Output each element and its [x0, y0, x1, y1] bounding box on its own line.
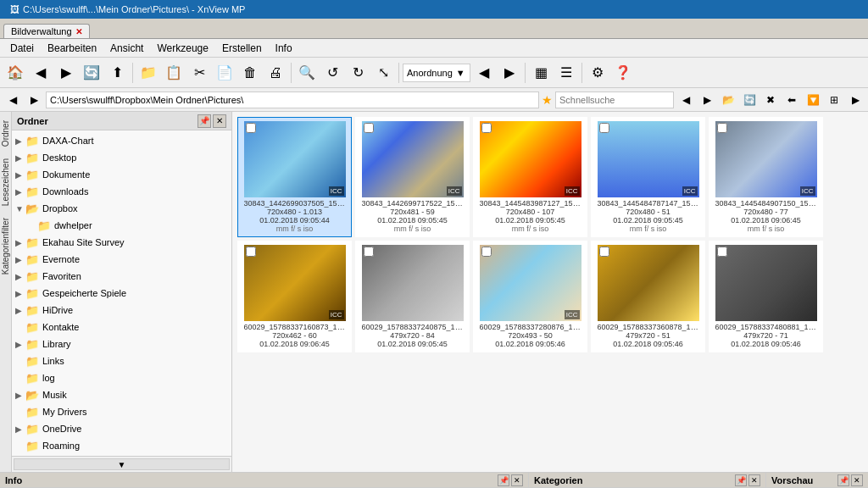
help-button[interactable]: ❓	[611, 61, 635, 85]
rotate-right-button[interactable]: ↻	[346, 61, 370, 85]
image-checkbox-2[interactable]	[481, 123, 492, 133]
image-cell-5[interactable]: ICC60029_15788337160873_153...720x462 - …	[237, 241, 352, 352]
tree-item-library[interactable]: ▶ 📁 Library	[12, 336, 231, 352]
filter-config-button[interactable]: ▶	[698, 91, 716, 109]
refresh-button[interactable]: 🔄	[80, 61, 103, 85]
tree-item-dokumente[interactable]: ▶ 📁 Dokumente	[12, 166, 231, 183]
image-checkbox-3[interactable]	[599, 123, 609, 133]
tree-item-dropbox[interactable]: ▼ 📂 Dropbox	[12, 200, 231, 217]
image-cell-3[interactable]: ICC30843_1445484787147_153...720x480 - 5…	[591, 117, 705, 237]
image-cell-9[interactable]: 60029_15788337480881_153...479x720 - 710…	[709, 241, 823, 352]
info-panel-pin[interactable]: 📌	[498, 474, 509, 486]
image-cell-6[interactable]: 60029_15788337240875_153...479x720 - 840…	[355, 241, 470, 352]
vtab-lesezeichen[interactable]: Lesezeichen	[0, 153, 12, 211]
sort-dropdown[interactable]: Anordnung ▼	[403, 64, 470, 82]
up-button[interactable]: ⬆	[105, 61, 129, 85]
menu-datei[interactable]: Datei	[3, 41, 41, 56]
info-panel-controls: 📌 ✕	[498, 474, 523, 486]
delete-button[interactable]: 🗑	[238, 61, 262, 85]
paste-button[interactable]: 📄	[213, 61, 236, 85]
cut-button[interactable]: ✂	[187, 61, 211, 85]
tree-item-roaming[interactable]: 📁 Roaming	[12, 437, 231, 454]
filter-toggle-button[interactable]: ◀	[676, 91, 695, 109]
preview-close[interactable]: ✕	[851, 474, 863, 486]
menu-werkzeuge[interactable]: Werkzeuge	[150, 41, 214, 56]
tree-item-mydrivers[interactable]: 📁 My Drivers	[12, 403, 231, 420]
image-cell-0[interactable]: ICC30843_1442699037505_153...720x480 - 1…	[237, 117, 352, 237]
vtab-ordner[interactable]: Ordner	[0, 115, 12, 152]
address-input[interactable]	[46, 92, 539, 108]
image-cell-1[interactable]: ICC30843_1442699717522_153...720x481 - 5…	[355, 117, 470, 237]
menu-erstellen[interactable]: Erstellen	[215, 41, 269, 56]
tree-item-daxa[interactable]: ▶ 📁 DAXA-Chart	[12, 132, 231, 149]
info-panel-close[interactable]: ✕	[511, 474, 523, 486]
menu-ansicht[interactable]: Ansicht	[103, 41, 150, 56]
image-cell-7[interactable]: ICC60029_15788337280876_153...720x493 - …	[473, 241, 587, 352]
refresh-button[interactable]: 🔄	[740, 91, 759, 109]
preview-pin[interactable]: 📌	[837, 474, 849, 486]
categories-panel-controls: 📌 ✕	[735, 474, 760, 486]
vtab-kategorienfilter[interactable]: Kategorienfilter	[0, 213, 12, 280]
filter-btn2[interactable]: 🔽	[804, 91, 822, 109]
tree-item-hidrive[interactable]: ▶ 📁 HiDrive	[12, 302, 231, 319]
forward-button[interactable]: ▶	[54, 61, 78, 85]
image-checkbox-4[interactable]	[717, 123, 727, 133]
copy-button[interactable]: 📋	[162, 61, 186, 85]
new-folder-button[interactable]: 📁	[136, 61, 160, 85]
tree-item-favoriten[interactable]: ▶ 📁 Favoriten	[12, 268, 231, 285]
tree-item-onedrive[interactable]: ▶ 📁 OneDrive	[12, 420, 231, 437]
menu-info[interactable]: Info	[269, 41, 299, 56]
menu-bearbeiten[interactable]: Bearbeiten	[41, 41, 103, 56]
tree-item-desktop[interactable]: ▶ 📁 Desktop	[12, 149, 231, 166]
view-grid-button[interactable]: ⊞	[825, 91, 843, 109]
image-checkbox-5[interactable]	[246, 247, 256, 257]
rotate-left-button[interactable]: ↺	[320, 61, 344, 85]
image-checkbox-1[interactable]	[364, 123, 374, 133]
tree-label: Downloads	[42, 186, 88, 197]
image-cell-2[interactable]: ICC30843_1445483987127_153...720x480 - 1…	[473, 117, 587, 237]
browse-button[interactable]: 📂	[719, 91, 737, 109]
prev-folder-button[interactable]: ⬅	[782, 91, 801, 109]
list-view-button[interactable]: ☰	[554, 61, 578, 85]
search-input[interactable]	[555, 92, 674, 108]
tree-item-downloads[interactable]: ▶ 📁 Downloads	[12, 183, 231, 200]
tree-item-musik[interactable]: ▶ 📂 Musik	[12, 386, 231, 403]
image-checkbox-9[interactable]	[717, 247, 727, 257]
filter-button[interactable]: 🔍	[295, 61, 319, 85]
stop-button[interactable]: ✖	[761, 91, 780, 109]
tree-item-kontakte[interactable]: 📁 Kontakte	[12, 319, 231, 336]
image-checkbox-0[interactable]	[246, 123, 256, 133]
nav-forward-button[interactable]: ▶	[25, 91, 43, 109]
sidebar-close-button[interactable]: ✕	[213, 114, 226, 128]
view-size-increase[interactable]: ▶	[498, 61, 521, 85]
resize-button[interactable]: ⤡	[371, 61, 395, 85]
tab-bildverwaltung[interactable]: Bildverwaltung ✕	[3, 24, 90, 38]
tree-item-evernote[interactable]: ▶ 📁 Evernote	[12, 251, 231, 268]
favorite-button[interactable]: ★	[542, 93, 553, 107]
thumbnail-view-button[interactable]: ▦	[529, 61, 553, 85]
back-button[interactable]: ◀	[29, 61, 53, 85]
more-button[interactable]: ▶	[846, 91, 865, 109]
tree-item-gespeicherte[interactable]: ▶ 📁 Gespeicherte Spiele	[12, 285, 231, 302]
home-button[interactable]: 🏠	[3, 61, 27, 85]
image-checkbox-7[interactable]	[481, 247, 492, 257]
scroll-down-button[interactable]: ▼	[14, 458, 230, 470]
image-cell-8[interactable]: 60029_15788337360878_153...479x720 - 510…	[591, 241, 705, 352]
image-cell-4[interactable]: ICC30843_1445484907150_153...720x480 - 7…	[709, 117, 823, 237]
categories-pin[interactable]: 📌	[735, 474, 747, 486]
settings-button[interactable]: ⚙	[586, 61, 609, 85]
tree-arrow: ▶	[15, 238, 25, 247]
nav-back-button[interactable]: ◀	[3, 91, 22, 109]
tree-item-ekahau[interactable]: ▶ 📁 Ekahau Site Survey	[12, 234, 231, 251]
tree-item-links[interactable]: 📁 Links	[12, 352, 231, 369]
print-button[interactable]: 🖨	[264, 61, 287, 85]
sidebar-pin-button[interactable]: 📌	[198, 114, 211, 128]
view-size-decrease[interactable]: ◀	[472, 61, 496, 85]
image-checkbox-8[interactable]	[599, 247, 609, 257]
folder-icon: 📁	[25, 354, 39, 368]
categories-close[interactable]: ✕	[748, 474, 760, 486]
tree-item-log[interactable]: 📁 log	[12, 369, 231, 386]
image-checkbox-6[interactable]	[364, 247, 374, 257]
tree-item-dwhelper[interactable]: 📁 dwhelper	[24, 217, 231, 234]
tab-close-button[interactable]: ✕	[75, 27, 82, 36]
